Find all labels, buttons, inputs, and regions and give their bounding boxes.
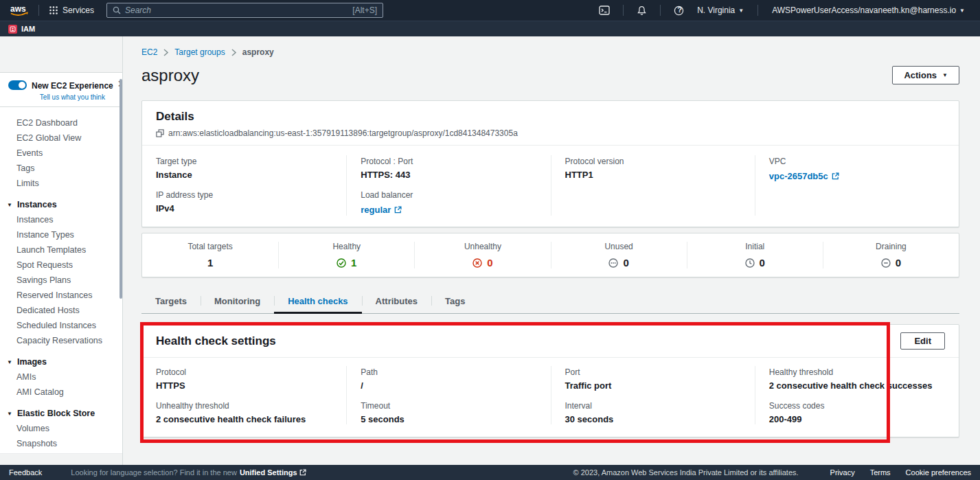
- terms-link[interactable]: Terms: [870, 468, 891, 477]
- iam-service-icon: [8, 25, 17, 34]
- favorites-bar: IAM: [0, 21, 980, 36]
- sidebar-item-dedicated-hosts[interactable]: Dedicated Hosts: [0, 303, 122, 318]
- section-label: Instances: [17, 200, 57, 209]
- summary-label: Unused: [551, 242, 687, 251]
- field-unhealthy-threshold: Unhealthy threshold 2 consecutive health…: [156, 401, 332, 424]
- sidebar-scrollbar[interactable]: [119, 79, 122, 299]
- edit-button[interactable]: Edit: [900, 332, 945, 350]
- sidebar-item-instances[interactable]: Instances: [0, 212, 122, 227]
- field-value: Instance: [156, 170, 332, 180]
- field-value: 30 seconds: [565, 414, 741, 424]
- sidebar-item-tags[interactable]: Tags: [0, 161, 122, 176]
- app-shell: New EC2 Experience Tell us what you thin…: [0, 36, 980, 465]
- details-col-4: VPC vpc-2657db5c: [755, 155, 959, 216]
- grid-icon: [49, 5, 58, 15]
- top-navigation-bar: aws Services Search [Alt+S]: [0, 0, 980, 21]
- sidebar-item-ec2-dashboard[interactable]: EC2 Dashboard: [0, 115, 122, 130]
- tab-targets[interactable]: Targets: [141, 290, 201, 313]
- account-menu[interactable]: AWSPowerUserAccess/navaneeth.kn@harness.…: [765, 5, 972, 15]
- sidebar-item-ami-catalog[interactable]: AMI Catalog: [0, 385, 122, 400]
- search-shortcut: [Alt+S]: [352, 5, 377, 15]
- new-experience-toggle[interactable]: [8, 80, 27, 90]
- field-value: HTTPS: [156, 380, 332, 391]
- field-timeout: Timeout 5 seconds: [361, 401, 536, 424]
- breadcrumb-ec2[interactable]: EC2: [141, 47, 157, 57]
- aws-logo[interactable]: aws: [8, 3, 32, 18]
- unified-settings-link[interactable]: Unified Settings: [240, 468, 306, 477]
- field-success-codes: Success codes 200-499: [769, 401, 945, 424]
- hc-col-4: Healthy threshold 2 consecutive health c…: [755, 366, 959, 424]
- svg-text:?: ?: [678, 5, 683, 14]
- field-value: 200-499: [769, 414, 945, 424]
- field-load-balancer: Load balancer regular: [361, 190, 536, 216]
- field-label: VPC: [769, 157, 945, 166]
- field-label: Load balancer: [361, 190, 536, 200]
- chevron-down-icon: ▼: [959, 8, 965, 14]
- sidebar-item-amis[interactable]: AMIs: [0, 369, 122, 385]
- field-value: 2 consecutive health check failures: [156, 414, 332, 424]
- sidebar-item-ec2-global-view[interactable]: EC2 Global View: [0, 130, 122, 146]
- external-link-icon: [394, 206, 402, 214]
- topnav-right-cluster: ? N. Virginia ▼ AWSPowerUserAccess/navan…: [593, 5, 972, 16]
- summary-initial: Initial 0: [687, 242, 823, 268]
- tab-tags[interactable]: Tags: [431, 290, 479, 313]
- tell-us-link[interactable]: Tell us what you think: [32, 93, 113, 101]
- sidebar-item-spot-requests[interactable]: Spot Requests: [0, 258, 122, 273]
- copy-arn-button[interactable]: [156, 129, 164, 137]
- sidebar-item-launch-templates[interactable]: Launch Templates: [0, 242, 122, 258]
- privacy-link[interactable]: Privacy: [830, 468, 855, 477]
- sidebar-item-snapshots[interactable]: Snapshots: [0, 436, 122, 451]
- field-label: IP address type: [156, 190, 332, 200]
- summary-total-targets: Total targets 1: [142, 242, 278, 268]
- sidebar-item-volumes[interactable]: Volumes: [0, 421, 122, 436]
- chevron-down-icon: ▼: [7, 359, 12, 365]
- sidebar-item-savings-plans[interactable]: Savings Plans: [0, 273, 122, 288]
- breadcrumb: EC2 Target groups asproxy: [141, 47, 959, 57]
- sidebar-item-limits[interactable]: Limits: [0, 176, 122, 191]
- cookie-preferences-link[interactable]: Cookie preferences: [906, 468, 971, 477]
- sidebar-item-capacity-reservations[interactable]: Capacity Reservations: [0, 333, 122, 348]
- cloudshell-button[interactable]: [593, 5, 616, 15]
- details-col-2: Protocol : Port HTTPS: 443 Load balancer…: [346, 155, 550, 216]
- favorite-iam-link[interactable]: IAM: [8, 25, 35, 34]
- aws-logo-icon: aws: [8, 3, 32, 18]
- sidebar-top-gap: [0, 36, 122, 72]
- external-link-icon: [299, 469, 306, 476]
- sidebar-section-elastic-block-store[interactable]: ▼ Elastic Block Store: [0, 406, 122, 421]
- services-menu-button[interactable]: Services: [46, 5, 97, 15]
- load-balancer-link[interactable]: regular: [361, 205, 402, 215]
- clock-circle-icon: [745, 258, 755, 268]
- global-search-input[interactable]: Search [Alt+S]: [106, 3, 383, 18]
- details-col-3: Protocol version HTTP1: [551, 155, 755, 216]
- breadcrumb-current: asproxy: [242, 47, 274, 57]
- sidebar-section-instances[interactable]: ▼ Instances: [0, 197, 122, 212]
- breadcrumb-target-groups[interactable]: Target groups: [174, 47, 225, 57]
- sidebar-section-images[interactable]: ▼ Images: [0, 354, 122, 369]
- vpc-link[interactable]: vpc-2657db5c: [769, 171, 839, 181]
- region-selector[interactable]: N. Virginia ▼: [690, 5, 751, 15]
- notifications-button[interactable]: [630, 5, 653, 16]
- tab-bar: Targets Monitoring Health checks Attribu…: [141, 290, 959, 314]
- details-grid: Target type Instance IP address type IPv…: [142, 145, 959, 227]
- tab-monitoring[interactable]: Monitoring: [201, 290, 274, 313]
- feedback-button[interactable]: Feedback: [9, 468, 42, 477]
- field-protocol-port: Protocol : Port HTTPS: 443: [361, 157, 536, 180]
- sidebar-item-events[interactable]: Events: [0, 146, 122, 161]
- ellipsis-circle-icon: [608, 258, 618, 268]
- field-healthy-threshold: Healthy threshold 2 consecutive health c…: [769, 367, 945, 391]
- field-target-type: Target type Instance: [156, 157, 332, 180]
- field-label: Success codes: [769, 401, 945, 411]
- actions-label: Actions: [904, 70, 937, 80]
- sidebar-item-scheduled-instances[interactable]: Scheduled Instances: [0, 318, 122, 333]
- sidebar-item-instance-types[interactable]: Instance Types: [0, 227, 122, 242]
- cloudshell-icon: [599, 5, 610, 15]
- help-button[interactable]: ?: [668, 5, 690, 16]
- tab-health-checks[interactable]: Health checks: [274, 290, 361, 313]
- field-label: Target type: [156, 157, 332, 166]
- tab-attributes[interactable]: Attributes: [362, 290, 431, 313]
- summary-draining: Draining 0: [823, 242, 959, 268]
- chevron-down-icon: ▼: [738, 8, 744, 14]
- sidebar-item-reserved-instances[interactable]: Reserved Instances: [0, 288, 122, 303]
- divider: [757, 5, 758, 16]
- actions-button[interactable]: Actions ▼: [892, 66, 959, 84]
